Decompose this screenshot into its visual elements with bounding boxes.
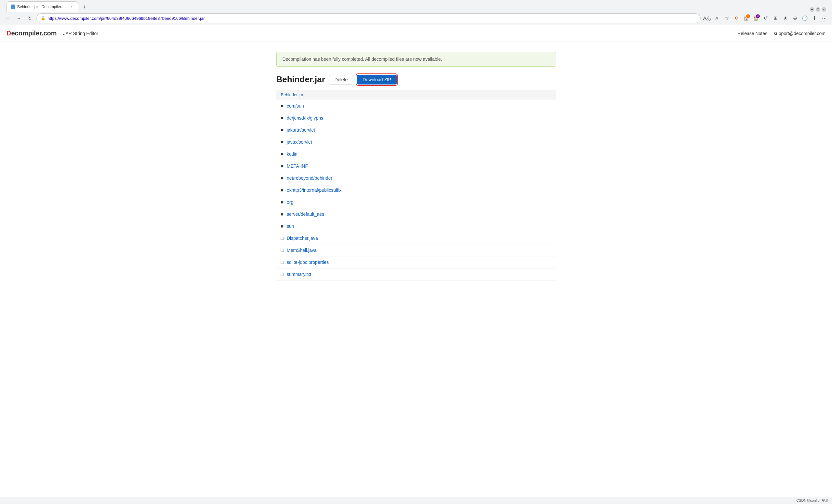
folder-item[interactable]: ■ server/default_aes	[276, 208, 556, 220]
browser-chrome: Behinder.jar - Decompiler.com × + ─ □ × …	[0, 0, 832, 25]
site-nav: Decompiler.com JAR String Editor Release…	[0, 25, 832, 42]
folder-name: javax/servlet	[287, 139, 312, 144]
csdn-icon[interactable]: C	[732, 14, 741, 23]
support-link[interactable]: support@decompiler.com	[774, 31, 826, 36]
refresh-button[interactable]: ↻	[25, 14, 34, 23]
file-name: sqlite-jdbc.properties	[287, 260, 329, 265]
refresh2-icon[interactable]: ↺	[761, 14, 770, 23]
folder-name: com/sun	[287, 103, 304, 109]
minimize-button[interactable]: ─	[810, 7, 814, 12]
folder-icon: ■	[281, 103, 284, 109]
favorites-icon[interactable]: ☆	[722, 14, 731, 23]
file-header: Behinder.jar Delete Download ZIP	[276, 74, 556, 84]
folder-icon: ■	[281, 139, 284, 144]
tab-bar: Behinder.jar - Decompiler.com × + ─ □ ×	[0, 0, 832, 12]
file-item[interactable]: □ summary.txt	[276, 268, 556, 281]
file-item[interactable]: □ Dispatcher.java	[276, 232, 556, 244]
folder-item[interactable]: ■ org	[276, 196, 556, 208]
folder-icon: ■	[281, 115, 284, 121]
star-icon[interactable]: ★	[781, 14, 790, 23]
folder-icon: ■	[281, 163, 284, 169]
forward-button[interactable]: →	[14, 14, 23, 23]
folder-item[interactable]: ■ com/sun	[276, 100, 556, 112]
download-zip-button[interactable]: Download ZIP	[357, 75, 397, 84]
folder-icon: ■	[281, 152, 284, 157]
file-icon: □	[281, 272, 284, 277]
folder-item[interactable]: ■ sun	[276, 220, 556, 232]
folder-name: META-INF	[287, 163, 308, 169]
url-text: https://www.decompiler.com/jar/664d39f40…	[48, 16, 696, 21]
folder-name: jakarta/servlet	[287, 127, 315, 133]
file-icon: □	[281, 248, 284, 253]
folder-item[interactable]: ■ META-INF	[276, 160, 556, 172]
tab-title: Behinder.jar - Decompiler.com	[17, 4, 67, 9]
read-aloud-icon[interactable]: A	[712, 14, 722, 23]
folder-item[interactable]: ■ kotlin	[276, 148, 556, 160]
folder-item[interactable]: ■ net/rebeyond/behinder	[276, 172, 556, 184]
success-banner: Decompilation has been fully completed. …	[276, 52, 556, 67]
file-icon: □	[281, 236, 284, 241]
file-title: Behinder.jar	[276, 74, 325, 84]
extension-badge-2[interactable]: 🏠 10	[751, 14, 760, 23]
tab-favicon	[11, 4, 15, 9]
delete-button[interactable]: Delete	[329, 75, 353, 84]
translate-icon[interactable]: Aあ	[703, 14, 712, 23]
file-name: MemShell.java	[287, 248, 317, 253]
maximize-button[interactable]: □	[816, 7, 820, 12]
folder-item[interactable]: ■ javax/servlet	[276, 136, 556, 148]
folder-name: net/rebeyond/behinder	[287, 176, 332, 181]
logo-d: D	[6, 30, 11, 37]
breadcrumb-text: Behinder.jar	[281, 92, 303, 97]
new-tab-button[interactable]: +	[80, 3, 89, 12]
folder-name: sun	[287, 223, 294, 229]
collections-icon[interactable]: ⊕	[790, 14, 800, 23]
main-content: Decompilation has been fully completed. …	[270, 42, 563, 290]
close-button[interactable]: ×	[822, 7, 826, 12]
lock-icon: 🔒	[41, 16, 46, 21]
address-bar-row: ← → ↻ 🔒 https://www.decompiler.com/jar/6…	[0, 12, 832, 25]
folder-item[interactable]: ■ jakarta/servlet	[276, 124, 556, 136]
folder-name: server/default_aes	[287, 212, 324, 217]
badge-2: 10	[756, 14, 760, 18]
file-list: ■ com/sun■ de/jensd/fx/glyphs■ jakarta/s…	[276, 100, 556, 281]
badge-1: 1	[746, 14, 750, 18]
success-message: Decompilation has been fully completed. …	[283, 56, 442, 62]
file-name: Dispatcher.java	[287, 236, 318, 241]
folder-name: okhttp3/internal/publicsuffix	[287, 187, 342, 193]
folder-icon: ■	[281, 176, 284, 181]
folder-icon: ■	[281, 223, 284, 229]
more-icon[interactable]: ⋯	[820, 14, 829, 23]
file-item[interactable]: □ sqlite-jdbc.properties	[276, 256, 556, 268]
folder-item[interactable]: ■ okhttp3/internal/publicsuffix	[276, 184, 556, 196]
folder-item[interactable]: ■ de/jensd/fx/glyphs	[276, 112, 556, 124]
folder-icon: ■	[281, 200, 284, 205]
site-logo[interactable]: Decompiler.com	[6, 30, 57, 37]
file-item[interactable]: □ MemShell.java	[276, 244, 556, 256]
toolbar-icons: Aあ A ☆ C 🏠 1 🏠 10 ↺ ⊞ ★ ⊕ 🕐 ⬇ ⋯	[703, 14, 829, 23]
browser-tab[interactable]: Behinder.jar - Decompiler.com ×	[6, 1, 78, 12]
logo-rest: ecompiler.com	[11, 30, 57, 37]
folder-name: de/jensd/fx/glyphs	[287, 115, 323, 121]
folder-icon: ■	[281, 187, 284, 193]
folder-icon: ■	[281, 212, 284, 217]
jar-editor-link[interactable]: JAR String Editor	[63, 31, 98, 36]
download-icon[interactable]: ⬇	[810, 14, 819, 23]
history-icon[interactable]: 🕐	[800, 14, 809, 23]
file-name: summary.txt	[287, 272, 311, 277]
file-icon: □	[281, 260, 284, 265]
address-bar[interactable]: 🔒 https://www.decompiler.com/jar/664d39f…	[36, 13, 701, 23]
tab-close-btn[interactable]: ×	[69, 4, 74, 9]
breadcrumb[interactable]: Behinder.jar	[276, 90, 556, 100]
sidebar-icon[interactable]: ⊞	[771, 14, 780, 23]
release-notes-link[interactable]: Release Notes	[737, 31, 767, 36]
folder-icon: ■	[281, 127, 284, 133]
back-button[interactable]: ←	[3, 14, 12, 23]
extension-badge-1[interactable]: 🏠 1	[742, 14, 751, 23]
folder-name: org	[287, 200, 293, 205]
folder-name: kotlin	[287, 152, 297, 157]
